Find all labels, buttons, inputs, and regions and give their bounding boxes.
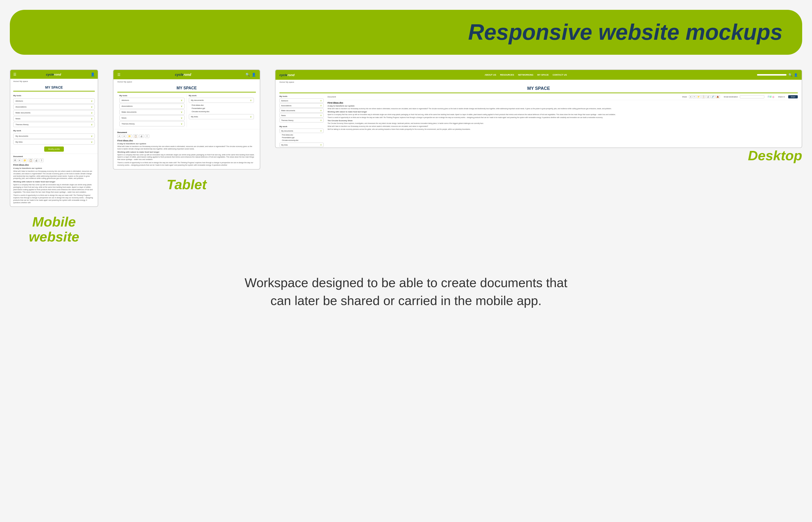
desktop-work-label: My work xyxy=(279,125,324,127)
search-icon[interactable]: 🔍 xyxy=(245,73,250,77)
hamburger-icon[interactable]: ☰ xyxy=(117,73,121,77)
user-icon[interactable]: 👤 xyxy=(252,73,256,77)
share-btn[interactable]: ⇧ xyxy=(40,159,43,162)
tablet-tool-themes[interactable]: Themes theory∨ xyxy=(119,121,185,126)
share-button[interactable]: Share xyxy=(788,95,798,98)
desktop-tool-advisors[interactable]: Advisors∨ xyxy=(279,98,324,103)
desktop-content: My tools Advisors∨ Associations∨ Make do… xyxy=(276,95,802,147)
desktop-nav-icons: 🔍 👤 xyxy=(788,73,798,77)
tablet-breadcrumb: Home/ My space xyxy=(114,79,260,84)
mobile-doc-toolbar: A ≡ 📁 📋 🖨 ⇧ xyxy=(13,159,95,162)
tablet-tools-col: My tools Advisors∨ Associations∨ Make do… xyxy=(117,95,187,127)
share-btn[interactable]: ⇧ xyxy=(145,135,149,138)
tablet-tool-news[interactable]: News∨ xyxy=(119,115,185,120)
nav-contact[interactable]: CONTACT US xyxy=(552,74,567,76)
print-btn[interactable]: 🖨 xyxy=(706,95,710,98)
whatsapp-icon[interactable]: W xyxy=(769,96,772,98)
desktop-page-title: MY SPACE xyxy=(279,84,798,93)
desktop-tool-news[interactable]: News∨ xyxy=(279,113,324,118)
mobile-tool-associations[interactable]: Associations∨ xyxy=(13,104,95,109)
nav-myspace[interactable]: MY SPACE xyxy=(537,74,549,76)
desktop-tool-associations[interactable]: Associations∨ xyxy=(279,103,324,108)
tablet-work-mylinks[interactable]: My links∨ xyxy=(189,114,254,119)
email-destination-input[interactable] xyxy=(740,95,765,98)
mobile-doc-filename: First-ideas.doc xyxy=(13,164,95,166)
desktop-doc-text3: There's a world of opportunity to re-thi… xyxy=(328,116,798,119)
mobile-tools-label: My tools xyxy=(10,94,98,98)
desktop-work-mylinks[interactable]: My links∨ xyxy=(279,143,324,147)
header-banner: Responsive website mockups xyxy=(10,10,802,55)
tablet-doc-toolbar: A ≡ 📁 📋 🖨 ⇧ xyxy=(117,135,256,138)
desktop-section: cyclerond ABOUT US RESOURCES NETWORKING … xyxy=(275,69,802,163)
search-icon[interactable]: 🔍 xyxy=(788,73,792,77)
hamburger-icon[interactable]: ☰ xyxy=(13,73,17,76)
mobile-tool-news[interactable]: News∨ xyxy=(13,116,95,121)
chevron-icon: ∨ xyxy=(320,119,322,121)
tablet-nav: ☰ cyclerond 🔍 👤 xyxy=(114,70,260,79)
tablet-tool-advisors[interactable]: Advisors∨ xyxy=(119,98,185,103)
nav-networking[interactable]: NETWORKING xyxy=(518,74,534,76)
print-btn[interactable]: 🖨 xyxy=(34,159,39,162)
mobile-work-mylinks[interactable]: My links∨ xyxy=(13,139,95,144)
copy-btn[interactable]: 📋 xyxy=(28,159,33,162)
tablet-tools-label: My tools xyxy=(119,95,185,97)
chevron-icon: ∨ xyxy=(250,99,252,102)
email-col-header: Email destination xyxy=(724,96,738,98)
share-file-btn[interactable]: 📤 xyxy=(715,95,720,98)
instagram-icon[interactable]: ◎ xyxy=(772,96,774,98)
modify-profile-button[interactable]: Modify profile xyxy=(44,146,64,152)
tablet-mockup-wrapper: ☰ cyclerond 🔍 👤 Home/ My space MY SPACE … xyxy=(113,69,260,192)
nav-about[interactable]: ABOUT US xyxy=(485,74,496,76)
list-btn[interactable]: ≡ xyxy=(693,95,696,98)
copy-btn[interactable]: 📋 xyxy=(701,95,706,98)
user-icon[interactable]: 👤 xyxy=(794,73,798,77)
mobile-mockup: ☰ cyclerond 👤 Home/ My space MY SPACE My… xyxy=(10,69,98,207)
desktop-tool-makedocs[interactable]: Make documents∨ xyxy=(279,108,324,113)
desktop-doc-text5: What will it take to transform our throw… xyxy=(328,125,798,127)
folder-btn[interactable]: 📁 xyxy=(696,95,701,98)
desktop-label: Desktop xyxy=(748,148,802,163)
tablet-work-mydocs[interactable]: My documents∨ xyxy=(189,98,254,103)
font-size-btn[interactable]: A xyxy=(13,159,17,162)
folder-btn[interactable]: 📁 xyxy=(22,159,27,162)
chevron-icon: ∨ xyxy=(320,114,322,117)
link-btn[interactable]: 🔗 xyxy=(711,95,715,98)
list-btn[interactable]: ≡ xyxy=(18,159,21,162)
bottom-description: Workspace designed to be able to create … xyxy=(0,259,812,329)
tablet-doc-text1: What will it take to transform our throw… xyxy=(117,145,256,150)
tablet-mockup: ☰ cyclerond 🔍 👤 Home/ My space MY SPACE … xyxy=(113,69,260,169)
mobile-tool-themes[interactable]: Themes theory∨ xyxy=(13,122,95,127)
chevron-icon: ∨ xyxy=(320,129,322,132)
folder-btn[interactable]: 📁 xyxy=(127,135,132,138)
main-content: ☰ cyclerond 👤 Home/ My space MY SPACE My… xyxy=(0,55,812,259)
facebook-icon[interactable]: f xyxy=(768,96,769,98)
chevron-icon: ∨ xyxy=(320,109,322,112)
copy-btn[interactable]: 📋 xyxy=(133,135,138,138)
chevron-icon: ∨ xyxy=(91,135,93,137)
desktop-work-mydocs[interactable]: My documents∨ xyxy=(279,128,324,133)
desktop-file-3: Circular-economy.doc xyxy=(282,139,324,142)
tablet-tool-makedocs[interactable]: Make documents∨ xyxy=(119,109,185,115)
mobile-mockup-wrapper: ☰ cyclerond 👤 Home/ My space MY SPACE My… xyxy=(10,69,98,244)
font-a-btn[interactable]: A xyxy=(689,95,692,98)
mobile-doc-section: Document A ≡ 📁 📋 🖨 ⇧ First-ideas.doc A w… xyxy=(10,154,98,206)
tablet-tool-associations[interactable]: Associations∨ xyxy=(119,104,185,109)
share-col-header: Share xyxy=(682,96,687,98)
font-a-btn[interactable]: A xyxy=(117,135,121,138)
mobile-tool-advisors[interactable]: Advisors∨ xyxy=(13,98,95,104)
mobile-doc-text3: There's a world of opportunity to re-thi… xyxy=(13,194,95,204)
desktop-doc-col: Document Share A ≡ 📁 📋 🖨 🔗 📤 Email xyxy=(328,95,798,147)
list-btn[interactable]: ≡ xyxy=(122,135,126,138)
chevron-icon: ∨ xyxy=(320,99,322,102)
nav-resources[interactable]: RESOURCES xyxy=(500,74,514,76)
user-icon[interactable]: 👤 xyxy=(91,73,95,76)
desktop-tool-themes[interactable]: Themes theory∨ xyxy=(279,118,324,122)
tablet-brand: cyclerond xyxy=(175,73,191,77)
mobile-work-label: My work xyxy=(10,128,98,133)
mobile-work-mydocs[interactable]: My documents∨ xyxy=(13,134,95,139)
desktop-doc-text2: Apeel is a company that has come up with… xyxy=(328,113,798,116)
print-btn[interactable]: 🖨 xyxy=(139,135,144,138)
mobile-tool-makedocs[interactable]: Make documents∨ xyxy=(13,110,95,115)
desktop-search-box[interactable] xyxy=(757,74,787,76)
desktop-doc-filename: First-ideas.doc xyxy=(328,102,798,104)
